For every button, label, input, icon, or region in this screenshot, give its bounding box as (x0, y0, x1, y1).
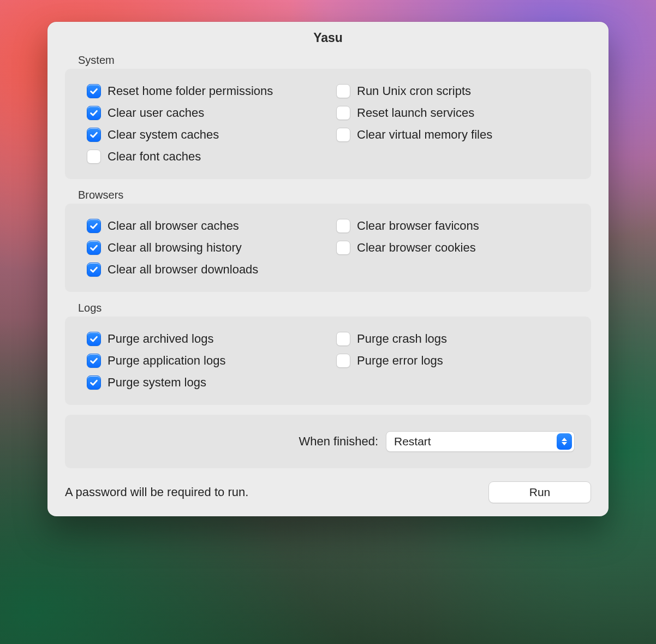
checkbox-row-reset-launch-services: Reset launch services (336, 106, 575, 120)
group-browsers: Clear all browser caches Clear all brows… (65, 204, 591, 292)
password-note: A password will be required to run. (65, 485, 248, 499)
checkbox-clear-browser-caches[interactable] (87, 219, 101, 233)
checkbox-run-unix-cron[interactable] (336, 84, 350, 98)
checkbox-purge-error-logs[interactable] (336, 354, 350, 368)
checkbox-row-purge-crash-logs: Purge crash logs (336, 332, 575, 346)
checkbox-row-clear-font-caches: Clear font caches (87, 150, 325, 164)
checkbox-reset-launch-services[interactable] (336, 106, 350, 120)
checkbox-label: Clear font caches (108, 150, 201, 164)
when-finished-label: When finished: (299, 434, 378, 449)
checkbox-label: Purge crash logs (357, 332, 447, 346)
when-finished-selected-value: Restart (394, 435, 431, 448)
checkbox-row-purge-application-logs: Purge application logs (87, 354, 325, 368)
checkbox-label: Clear all browsing history (108, 241, 242, 255)
checkbox-row-reset-home-perms: Reset home folder permissions (87, 84, 325, 98)
checkbox-row-clear-vm-files: Clear virtual memory files (336, 128, 575, 142)
checkbox-label: Purge error logs (357, 354, 443, 368)
checkbox-row-clear-browser-favicons: Clear browser favicons (336, 219, 575, 233)
checkbox-label: Reset home folder permissions (108, 84, 273, 98)
checkbox-reset-home-perms[interactable] (87, 84, 101, 98)
checkbox-clear-browsing-history[interactable] (87, 241, 101, 255)
checkbox-label: Purge system logs (108, 375, 206, 390)
checkbox-clear-system-caches[interactable] (87, 128, 101, 142)
checkbox-row-clear-browser-downloads: Clear all browser downloads (87, 263, 325, 277)
checkbox-row-purge-archived-logs: Purge archived logs (87, 332, 325, 346)
run-button[interactable]: Run (488, 481, 591, 503)
checkbox-row-purge-system-logs: Purge system logs (87, 375, 325, 390)
checkbox-clear-user-caches[interactable] (87, 106, 101, 120)
checkbox-label: Clear browser cookies (357, 241, 476, 255)
checkbox-row-purge-error-logs: Purge error logs (336, 354, 575, 368)
checkbox-purge-archived-logs[interactable] (87, 332, 101, 346)
group-logs: Purge archived logs Purge application lo… (65, 317, 591, 405)
checkbox-row-run-unix-cron: Run Unix cron scripts (336, 84, 575, 98)
footer: A password will be required to run. Run (65, 481, 591, 503)
select-caret-icon (557, 433, 572, 450)
checkbox-row-clear-user-caches: Clear user caches (87, 106, 325, 120)
checkbox-label: Run Unix cron scripts (357, 84, 471, 98)
checkbox-row-clear-browser-caches: Clear all browser caches (87, 219, 325, 233)
checkbox-purge-application-logs[interactable] (87, 354, 101, 368)
checkbox-purge-system-logs[interactable] (87, 375, 101, 390)
checkbox-label: Purge archived logs (108, 332, 213, 346)
section-label-system: System (78, 54, 609, 67)
checkbox-clear-font-caches[interactable] (87, 150, 101, 164)
checkbox-row-clear-browsing-history: Clear all browsing history (87, 241, 325, 255)
checkbox-row-clear-browser-cookies: Clear browser cookies (336, 241, 575, 255)
checkbox-label: Clear virtual memory files (357, 128, 492, 142)
checkbox-label: Clear system caches (108, 128, 219, 142)
yasu-window: Yasu System Reset home folder permission… (47, 22, 609, 516)
checkbox-label: Clear user caches (108, 106, 204, 120)
checkbox-clear-vm-files[interactable] (336, 128, 350, 142)
checkbox-label: Purge application logs (108, 354, 225, 368)
checkbox-label: Clear all browser caches (108, 219, 239, 233)
checkbox-clear-browser-downloads[interactable] (87, 263, 101, 277)
checkbox-clear-browser-cookies[interactable] (336, 241, 350, 255)
checkbox-purge-crash-logs[interactable] (336, 332, 350, 346)
window-title: Yasu (47, 22, 609, 51)
section-label-browsers: Browsers (78, 189, 609, 201)
checkbox-label: Clear browser favicons (357, 219, 479, 233)
section-label-logs: Logs (78, 302, 609, 314)
group-when-finished: When finished: Restart (65, 415, 591, 468)
checkbox-label: Reset launch services (357, 106, 474, 120)
when-finished-select[interactable]: Restart (386, 431, 575, 452)
group-system: Reset home folder permissions Clear user… (65, 69, 591, 179)
checkbox-row-clear-system-caches: Clear system caches (87, 128, 325, 142)
checkbox-label: Clear all browser downloads (108, 263, 258, 277)
checkbox-clear-browser-favicons[interactable] (336, 219, 350, 233)
